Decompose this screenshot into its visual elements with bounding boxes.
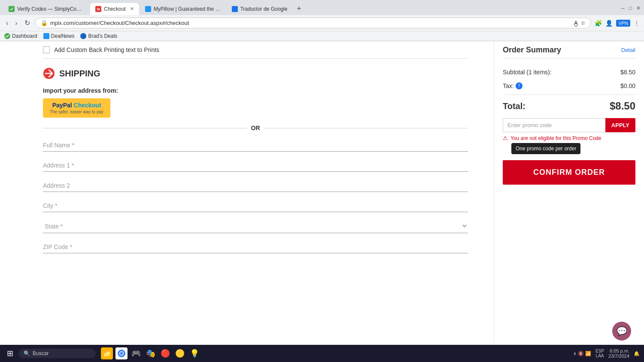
address-bar-row: ‹ › ↻ 🔒 mpix.com/customer/Checkout/Check…: [0, 15, 644, 31]
import-address-section: Import your address from: PayPal Checkou…: [43, 87, 468, 118]
tax-value: $0.00: [620, 82, 635, 89]
zip-field: [43, 240, 468, 253]
shipping-heading: SHIPPING: [59, 69, 100, 79]
address1-field: [43, 158, 468, 172]
vpn-badge[interactable]: VPN: [616, 20, 630, 27]
address1-input[interactable]: [43, 158, 468, 172]
translate-icon[interactable]: A̲: [574, 20, 578, 26]
back-button[interactable]: ‹: [4, 18, 10, 28]
detail-link[interactable]: Detail: [621, 47, 635, 53]
confirm-order-button[interactable]: CONFIRM ORDER: [503, 160, 635, 185]
promo-error-text: You are not eligible for this Promo Code: [510, 135, 601, 141]
subtotal-label: Subtotal (1 items):: [503, 69, 552, 76]
svg-text:M: M: [97, 7, 100, 11]
bookmark-brads-deals[interactable]: Brad's Deals: [80, 33, 117, 39]
custom-printing-label: Add Custom Back Printing text to Prints: [54, 46, 159, 53]
bookmark-brads-label: Brad's Deals: [88, 33, 117, 39]
apply-promo-button[interactable]: APPLY: [605, 118, 635, 132]
tab-verify-label: Verify Codes — SimplyCodes: [17, 6, 84, 12]
address2-input[interactable]: [43, 179, 468, 192]
chat-widget-button[interactable]: 💬: [612, 322, 631, 341]
tab-mypillow[interactable]: MyPillow | Guaranteed the Most Co...: [140, 3, 226, 15]
promo-code-row: APPLY: [503, 118, 635, 132]
or-line-left: [43, 128, 247, 128]
maximize-icon[interactable]: □: [629, 5, 632, 11]
tab-mypillow-label: MyPillow | Guaranteed the Most Co...: [154, 6, 221, 12]
page-content: Add Custom Back Printing text to Prints …: [0, 41, 644, 347]
forward-button[interactable]: ›: [13, 18, 19, 28]
bookmark-dashboard-label: Dashboard: [12, 33, 37, 39]
or-text: OR: [251, 125, 260, 131]
address2-field: [43, 179, 468, 192]
order-summary-sidebar: Order Summary Detail Subtotal (1 items):…: [494, 41, 644, 347]
browser-toolbar-icons: 🧩 👤 VPN ⋮: [595, 20, 640, 27]
warning-icon: ⚠: [503, 135, 508, 141]
promo-error-message: ⚠ You are not eligible for this Promo Co…: [503, 135, 635, 141]
paypal-checkout-button[interactable]: PayPal Checkout The safer, easier way to…: [43, 98, 110, 118]
bookmark-star-icon[interactable]: ☆: [580, 20, 586, 26]
zip-input[interactable]: [43, 240, 468, 253]
svg-rect-4: [233, 7, 237, 11]
new-tab-button[interactable]: +: [293, 3, 305, 15]
tax-help-icon[interactable]: ?: [516, 82, 522, 89]
tab-checkout[interactable]: M Checkout ✕: [90, 3, 139, 15]
total-label: Total:: [503, 101, 526, 111]
order-summary-header: Order Summary Detail: [503, 46, 635, 58]
state-field: State * Alabama California Texas New Yor…: [43, 219, 468, 233]
tab-window-controls: ─ □ ✕: [621, 5, 641, 13]
state-select[interactable]: State * Alabama California Texas New Yor…: [43, 219, 468, 233]
custom-printing-checkbox[interactable]: [43, 46, 50, 53]
address-url: mpix.com/customer/Checkout/Checkout.aspx…: [50, 20, 572, 26]
tax-row: Tax: ? $0.00: [503, 79, 635, 93]
import-label: Import your address from:: [43, 87, 468, 94]
main-area: Add Custom Back Printing text to Prints …: [0, 41, 494, 347]
more-icon[interactable]: ⋮: [634, 20, 640, 27]
svg-point-7: [80, 33, 86, 39]
svg-rect-6: [43, 33, 49, 39]
bookmark-dashboard[interactable]: Dashboard: [4, 33, 37, 39]
subtotal-row: Subtotal (1 items): $8.50: [503, 65, 635, 79]
shipping-title: SHIPPING: [43, 67, 468, 79]
close-icon[interactable]: ✕: [636, 5, 641, 11]
tab-checkout-close[interactable]: ✕: [130, 6, 134, 12]
profile-icon[interactable]: 👤: [605, 20, 613, 27]
address-bar[interactable]: 🔒 mpix.com/customer/Checkout/Checkout.as…: [35, 18, 592, 28]
or-divider: OR: [43, 125, 468, 131]
promo-code-input[interactable]: [503, 118, 605, 132]
shipping-icon: [43, 67, 55, 79]
promo-tooltip: One promo code per order: [511, 143, 580, 154]
order-summary-title: Order Summary: [503, 46, 561, 55]
lock-icon: 🔒: [41, 20, 48, 26]
minimize-icon[interactable]: ─: [621, 5, 625, 11]
tab-bar: Verify Codes — SimplyCodes M Checkout ✕ …: [0, 0, 644, 15]
refresh-button[interactable]: ↻: [23, 18, 32, 28]
tab-translate[interactable]: Traductor de Google: [227, 3, 293, 15]
tax-label: Tax: ?: [503, 82, 522, 89]
city-field: [43, 199, 468, 212]
tab-checkout-label: Checkout: [104, 6, 126, 12]
full-name-field: [43, 138, 468, 152]
paypal-logo: PayPal Checkout: [52, 102, 101, 109]
total-value: $8.50: [610, 100, 635, 112]
or-line-right: [264, 128, 468, 128]
bookmarks-bar: Dashboard DealNews Brad's Deals: [0, 31, 644, 41]
extensions-icon[interactable]: 🧩: [595, 20, 602, 27]
paypal-subtitle: The safer, easier way to pay: [50, 110, 103, 114]
tab-translate-label: Traductor de Google: [240, 6, 288, 12]
browser-chrome: Verify Codes — SimplyCodes M Checkout ✕ …: [0, 0, 644, 41]
shipping-section: SHIPPING Import your address from: PayPa…: [43, 67, 468, 253]
custom-printing-section: Add Custom Back Printing text to Prints: [43, 41, 468, 59]
chat-icon: 💬: [617, 326, 627, 336]
svg-point-3: [146, 7, 150, 11]
full-name-input[interactable]: [43, 138, 468, 152]
taskbar: ⊞ 🔍 Buscar 📁 🎮 🎭 🔴 🟡 💡 ∧ 🔇 📶 ESP LAA 6:0…: [0, 345, 644, 347]
subtotal-value: $8.50: [620, 69, 635, 76]
tab-verify-codes[interactable]: Verify Codes — SimplyCodes: [3, 3, 89, 15]
bookmark-dealnews-label: DealNews: [51, 33, 75, 39]
bookmark-dealnews[interactable]: DealNews: [43, 33, 75, 39]
city-input[interactable]: [43, 199, 468, 212]
total-row: Total: $8.50: [503, 94, 635, 118]
